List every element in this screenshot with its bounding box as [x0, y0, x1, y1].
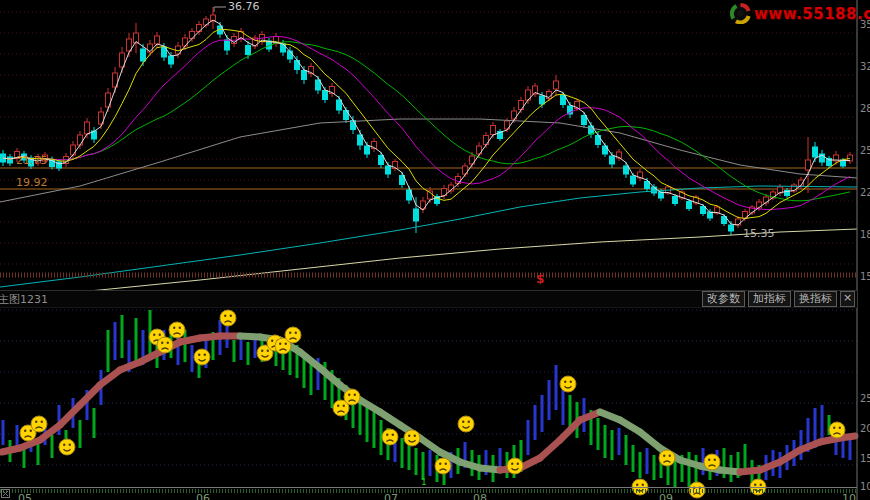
- trend-ribbon-segment: [320, 368, 340, 385]
- ma-line-yellow: [3, 29, 850, 218]
- candle-body: [386, 166, 391, 174]
- candle-body: [491, 126, 496, 135]
- candle-body: [246, 46, 251, 55]
- right-axis-label: 28: [860, 103, 870, 114]
- sad-smiley-icon: [659, 450, 675, 466]
- corner-close-icon[interactable]: [1, 489, 10, 498]
- price-label: 15.35: [743, 227, 775, 240]
- sad-smiley-icon: [220, 310, 236, 326]
- price-label: 36.76: [228, 0, 260, 13]
- happy-smiley-icon: [507, 458, 523, 474]
- right-axis-label: 22: [860, 187, 870, 198]
- candle-body: [561, 96, 566, 105]
- ma-line-magenta: [3, 36, 850, 209]
- candle-body: [736, 219, 741, 225]
- candle-body: [379, 156, 384, 165]
- trend-ribbon-segment: [100, 370, 120, 385]
- site-url-text: www.55188.com: [754, 5, 870, 23]
- candle-body: [673, 197, 678, 204]
- candle-body: [71, 145, 76, 155]
- swirl-logo-icon: [730, 3, 751, 24]
- indicator-toolbar: 改参数 加指标 换指标 ×: [699, 291, 855, 307]
- trading-app-screen: 36.7621.7519.9215.3505060708091013532282…: [0, 0, 870, 500]
- trend-ribbon-segment: [80, 385, 100, 405]
- candle-body: [365, 146, 370, 154]
- candle-body: [323, 91, 328, 100]
- trend-ribbon-segment: [60, 405, 80, 425]
- add-indicator-button[interactable]: 加指标: [748, 291, 791, 307]
- candle-body: [687, 202, 692, 209]
- switch-indicator-button[interactable]: 换指标: [794, 291, 837, 307]
- candle-body: [610, 156, 615, 164]
- candle-body: [582, 116, 587, 125]
- month-label: 05: [18, 492, 32, 500]
- sad-smiley-icon: [169, 322, 185, 338]
- candle-body: [302, 71, 307, 80]
- candle-body: [806, 160, 811, 170]
- sad-smiley-icon: [157, 337, 173, 353]
- month-label: 10: [842, 492, 856, 500]
- happy-smiley-icon: [59, 439, 75, 455]
- right-axis-label: 20: [860, 423, 870, 434]
- candle-body: [155, 36, 160, 44]
- candle-body: [624, 166, 629, 174]
- month-label: 08: [473, 492, 487, 500]
- indicator-title: 主图1231: [0, 292, 48, 307]
- dollar-watermark: $: [536, 272, 544, 286]
- right-axis-label: 18: [860, 229, 870, 240]
- sad-smiley-icon: [285, 327, 301, 343]
- candle-body: [813, 147, 818, 157]
- candle-body: [631, 176, 636, 184]
- sad-smiley-icon: [382, 429, 398, 445]
- price-label: 21.75: [16, 154, 48, 167]
- candle-body: [729, 225, 734, 231]
- trend-ribbon-segment: [540, 440, 560, 458]
- candle-body: [169, 56, 174, 64]
- trend-ribbon-segment: [420, 438, 440, 452]
- candle-body: [8, 157, 13, 163]
- price-label: 19.92: [16, 176, 48, 189]
- sad-smiley-icon: [31, 416, 47, 432]
- ma-line-green: [3, 42, 850, 201]
- right-axis-label: 15: [860, 453, 870, 464]
- happy-smiley-icon: [458, 416, 474, 432]
- peak-leader-line: [214, 7, 226, 12]
- right-axis-label: 32: [860, 61, 870, 72]
- right-axis-label: 25: [860, 393, 870, 404]
- ma-line-white: [3, 20, 850, 225]
- right-axis-label: 25: [860, 145, 870, 156]
- happy-smiley-icon: [404, 430, 420, 446]
- sad-smiley-icon: [704, 454, 720, 470]
- candle-body: [78, 135, 83, 145]
- candle-body: [141, 49, 146, 61]
- trend-ribbon-segment: [380, 412, 400, 425]
- happy-smiley-icon: [560, 376, 576, 392]
- sad-smiley-icon: [435, 458, 451, 474]
- month-label: 09: [659, 492, 673, 500]
- happy-smiley-icon: [194, 349, 210, 365]
- sad-smiley-icon: [344, 389, 360, 405]
- axis-marker: 1: [421, 477, 427, 487]
- candle-body: [85, 122, 90, 134]
- month-label: 06: [196, 492, 210, 500]
- candle-body: [225, 40, 230, 50]
- change-params-button[interactable]: 改参数: [702, 291, 745, 307]
- close-pane-button[interactable]: ×: [840, 291, 855, 307]
- right-axis-label: 15: [860, 271, 870, 282]
- right-axis-label: 10: [860, 481, 870, 492]
- candle-body: [414, 209, 419, 221]
- candle-body: [554, 81, 559, 89]
- chart-canvas[interactable]: 36.7621.7519.9215.3505060708091013532282…: [0, 0, 870, 500]
- indicator-pane-header: 主图1231 改参数 加指标 换指标 ×: [0, 290, 857, 308]
- sad-smiley-icon: [829, 422, 845, 438]
- candle-body: [540, 96, 545, 104]
- site-logo: www.55188.com: [730, 3, 870, 24]
- month-label: 07: [384, 492, 398, 500]
